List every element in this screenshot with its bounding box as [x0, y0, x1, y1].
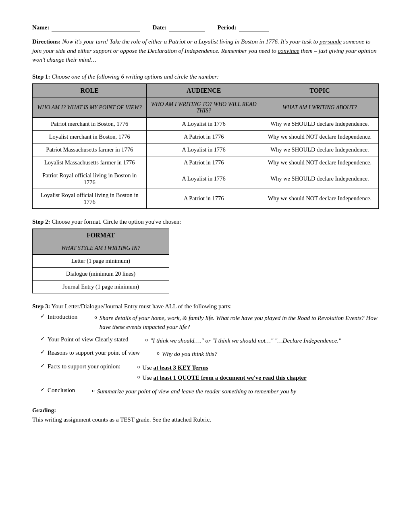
format-row: Journal Entry (1 page minimum): [33, 280, 169, 293]
name-label: Name:: [32, 24, 49, 31]
format-option: Letter (1 page minimum): [33, 254, 169, 267]
role-subheader: Who am I? What is my point of view?: [33, 98, 147, 117]
step3-label: Step 3:: [32, 303, 50, 310]
grading-label: Grading:: [32, 407, 56, 414]
role-cell: Patriot Massachusetts farmer in 1776: [33, 143, 147, 156]
grading-label-para: Grading:: [32, 406, 379, 415]
role-cell: Loyalist merchant in Boston, 1776: [33, 130, 147, 143]
audience-cell: A Loyalist in 1776: [147, 143, 261, 156]
step1-instruction: Choose one of the following 6 writing op…: [52, 73, 219, 80]
role-cell: Patriot merchant in Boston, 1776: [33, 117, 147, 130]
role-cell: Patriot Royal official living in Boston …: [33, 169, 147, 189]
step3-item: Facts to support your opinion:Use at lea…: [40, 362, 379, 384]
topic-cell: Why we SHOULD declare Independence.: [261, 143, 378, 156]
role-header: ROLE: [33, 83, 147, 98]
step3-list: IntroductionShare details of your home, …: [32, 312, 379, 397]
format-row: Letter (1 page minimum): [33, 254, 169, 267]
topic-cell: Why we SHOULD declare Independence.: [261, 117, 378, 130]
audience-cell: A Patriot in 1776: [147, 189, 261, 208]
date-input[interactable]: [169, 24, 205, 31]
step3-item: IntroductionShare details of your home, …: [40, 312, 379, 333]
topic-cell: Why we should NOT declare Independence.: [261, 130, 378, 143]
table-row: Patriot Massachusetts farmer in 1776 A L…: [33, 143, 379, 156]
name-input[interactable]: [52, 24, 140, 31]
audience-subheader: Who am I writing to? Who will read this?: [147, 98, 261, 117]
audience-cell: A Loyalist in 1776: [147, 169, 261, 189]
date-label: Date:: [152, 24, 166, 31]
step2-section: Step 2: Choose your format. Circle the o…: [32, 218, 379, 293]
topic-cell: Why we SHOULD declare Independence.: [261, 169, 378, 189]
step3-item: Reasons to support your point of viewWhy…: [40, 348, 379, 360]
format-option: Dialogue (minimum 20 lines): [33, 267, 169, 280]
step3-item: ConclusionSummarize your point of view a…: [40, 386, 379, 397]
topic-cell: Why we should NOT declare Independence.: [261, 189, 378, 208]
period-label: Period:: [217, 24, 236, 31]
role-audience-topic-table: ROLE AUDIENCE TOPIC Who am I? What is my…: [32, 83, 379, 209]
format-subheader-row: What style am I writing in?: [33, 242, 169, 254]
format-table: FORMAT What style am I writing in? Lette…: [32, 229, 169, 293]
step1-label: Step 1:: [32, 73, 50, 80]
format-header-row: FORMAT: [33, 229, 169, 242]
directions-label: Directions:: [32, 38, 61, 45]
audience-cell: A Patriot in 1776: [147, 156, 261, 169]
step2-instruction: Choose your format. Circle the option yo…: [52, 218, 181, 225]
sub-item: "I think we should…." or "I think we sho…: [145, 336, 341, 345]
grading-text: This writing assignment counts as a TEST…: [32, 415, 379, 424]
period-input[interactable]: [239, 24, 269, 31]
sub-item: Use at least 1 QUOTE from a document we'…: [137, 373, 307, 382]
format-table-body: Letter (1 page minimum)Dialogue (minimum…: [33, 254, 169, 293]
step2-header: Step 2: Choose your format. Circle the o…: [32, 218, 379, 225]
persuade-word: persuade: [320, 38, 342, 45]
directions-paragraph: Directions: Now it's your turn! Take the…: [32, 37, 379, 64]
table-row: Loyalist Massachusetts farmer in 1776 A …: [33, 156, 379, 169]
sub-item: Summarize your point of view and leave t…: [92, 387, 296, 396]
period-field: Period:: [217, 24, 269, 31]
sub-item: Share details of your home, work, & fami…: [94, 314, 379, 332]
step3-instruction: Your Letter/Dialogue/Journal Entry must …: [52, 303, 232, 310]
step3-header: Step 3: Your Letter/Dialogue/Journal Ent…: [32, 303, 379, 310]
table-body: Patriot merchant in Boston, 1776 A Loyal…: [33, 117, 379, 208]
directions-text: Now it's your turn! Take the role of eit…: [32, 38, 376, 63]
topic-header: TOPIC: [261, 83, 378, 98]
format-option: Journal Entry (1 page minimum): [33, 280, 169, 293]
step3-section: Step 3: Your Letter/Dialogue/Journal Ent…: [32, 303, 379, 397]
format-header: FORMAT: [33, 229, 169, 242]
sub-item: Why do you think this?: [157, 349, 217, 359]
date-field: Date:: [152, 24, 205, 31]
audience-cell: A Patriot in 1776: [147, 130, 261, 143]
table-subheader-row: Who am I? What is my point of view? Who …: [33, 98, 379, 117]
table-row: Patriot merchant in Boston, 1776 A Loyal…: [33, 117, 379, 130]
table-row: Loyalist merchant in Boston, 1776 A Patr…: [33, 130, 379, 143]
sub-item: Use at least 3 KEY Terms: [137, 363, 307, 372]
step1-header: Step 1: Choose one of the following 6 wr…: [32, 73, 379, 80]
audience-cell: A Loyalist in 1776: [147, 117, 261, 130]
table-row: Patriot Royal official living in Boston …: [33, 169, 379, 189]
convince-word: convince: [278, 48, 299, 54]
format-subheader: What style am I writing in?: [33, 242, 169, 254]
name-field: Name:: [32, 24, 140, 31]
grading-section: Grading: This writing assignment counts …: [32, 406, 379, 424]
table-row: Loyalist Royal official living in Boston…: [33, 189, 379, 208]
role-cell: Loyalist Royal official living in Boston…: [33, 189, 147, 208]
header-line: Name: Date: Period:: [32, 24, 379, 31]
audience-header: AUDIENCE: [147, 83, 261, 98]
topic-cell: Why we should NOT declare Independence.: [261, 156, 378, 169]
step2-label: Step 2:: [32, 218, 50, 225]
format-row: Dialogue (minimum 20 lines): [33, 267, 169, 280]
role-cell: Loyalist Massachusetts farmer in 1776: [33, 156, 147, 169]
table-header-row: ROLE AUDIENCE TOPIC: [33, 83, 379, 98]
topic-subheader: What am I writing about?: [261, 98, 378, 117]
step3-item: Your Point of view Clearly stated"I thin…: [40, 335, 379, 347]
